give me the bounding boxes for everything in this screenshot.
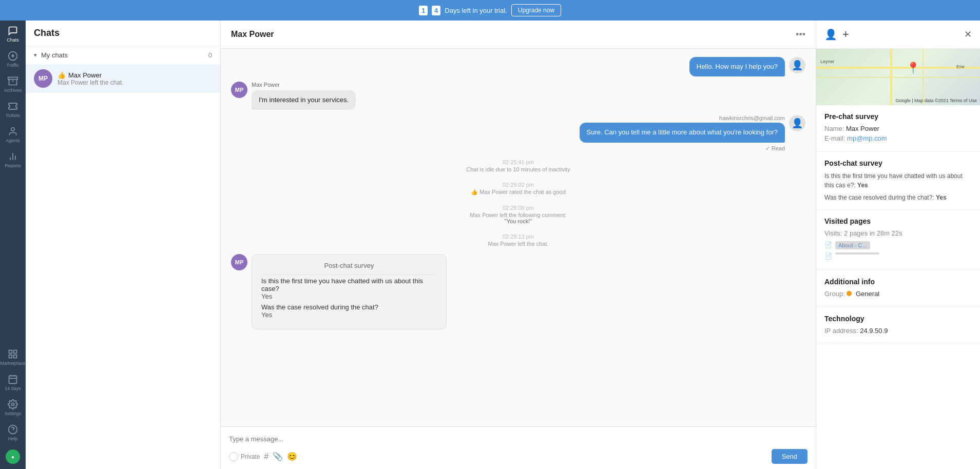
technology-title: Technology <box>824 315 972 323</box>
email-value[interactable]: mp@mp.com <box>847 134 887 142</box>
chat-contact-name: Max Power <box>68 71 102 79</box>
sidebar-item-archives[interactable]: Archives <box>0 71 26 96</box>
system-msg-left: 02:29:13 pm Max Power left the chat. <box>231 231 805 249</box>
sidebar-item-settings[interactable]: Settings <box>0 394 26 419</box>
chat-list-panel: Chats ▾ My chats 0 MP 👍 Max Power Max Po… <box>26 21 221 469</box>
agent-email: hawkinsrchris@gmail.com <box>719 115 785 121</box>
private-label: Private <box>241 453 260 460</box>
sidebar-label-reports: Reports <box>5 163 21 168</box>
pre-chat-title: Pre-chat survey <box>824 112 972 121</box>
sys-time-3: 02:29:08 pm <box>231 205 805 211</box>
private-toggle[interactable]: Private <box>229 452 260 461</box>
chat-preview: Max Power left the chat. <box>57 79 212 86</box>
svg-point-15 <box>12 403 14 406</box>
my-chats-label: My chats <box>41 51 68 59</box>
group-dot <box>847 291 852 296</box>
page-url-1[interactable]: About - C... <box>835 241 870 249</box>
visited-title: Visited pages <box>824 217 972 225</box>
sidebar-item-14days[interactable]: 14 days <box>0 369 26 394</box>
info-panel-header: 👤 + ✕ <box>816 21 980 49</box>
my-chats-toggle[interactable]: ▾ My chats 0 <box>34 51 212 59</box>
post-chat-a1: Yes <box>857 182 868 189</box>
trial-day-1: 1 <box>419 6 428 15</box>
trial-banner: 1 4 Days left in your trial. Upgrade now <box>0 0 980 21</box>
user-status-dot[interactable]: ● <box>6 450 20 464</box>
sys-comment: "You rock!" <box>231 218 805 224</box>
technology-section: Technology IP address: 24.9.50.9 <box>816 307 980 344</box>
sys-time-4: 02:29:13 pm <box>231 233 805 240</box>
sidebar-label-traffic: Traffic <box>7 63 20 68</box>
sidebar-label-settings: Settings <box>5 411 22 416</box>
sidebar-item-agents[interactable]: Agents <box>0 121 26 146</box>
map-area: Leyner Erie 📍 Google | Map data ©2021 Te… <box>816 49 980 105</box>
page-item-2: 📄 <box>824 252 972 260</box>
message-row-agent-1: Hello. How may I help you? 👤 <box>231 57 805 76</box>
sidebar-label-agents: Agents <box>6 138 20 143</box>
survey-a2: Yes <box>261 311 437 319</box>
sys-time-2: 02:29:02 pm <box>231 182 805 188</box>
additional-info-section: Additional info Group: General <box>816 270 980 307</box>
page-icon-1: 📄 <box>824 241 832 248</box>
sidebar-item-chats[interactable]: Chats <box>0 21 26 46</box>
chat-list-title: Chats <box>26 21 220 46</box>
sidebar-label-tickets: Tickets <box>6 113 20 118</box>
chat-input-area: Private # 📎 😊 Send <box>221 426 816 469</box>
sys-text-3: Max Power left the following comment: <box>231 212 805 218</box>
attachment-icon[interactable]: 📎 <box>273 452 283 461</box>
survey-a1: Yes <box>261 292 437 300</box>
sidebar-item-help[interactable]: Help <box>0 419 26 444</box>
add-icon[interactable]: + <box>842 28 849 41</box>
message-bubble-user-1: I'm interested in your services. <box>252 90 356 110</box>
map-label-erie: Erie <box>956 64 965 69</box>
svg-rect-7 <box>9 350 12 354</box>
agent-avatar-2: 👤 <box>789 115 805 131</box>
sidebar-item-reports[interactable]: Reports <box>0 146 26 171</box>
upgrade-button[interactable]: Upgrade now <box>511 4 561 16</box>
thumbs-up-icon: 👍 <box>57 71 66 79</box>
add-contact-icon[interactable]: 👤 <box>824 28 837 41</box>
chat-header: Max Power ••• <box>221 21 816 49</box>
svg-point-3 <box>11 128 15 131</box>
svg-rect-8 <box>14 350 17 354</box>
emoji-icon[interactable]: 😊 <box>287 452 297 461</box>
sidebar-item-tickets[interactable]: Tickets <box>0 96 26 121</box>
message-bubble-agent-2: Sure. Can you tell me a little more abou… <box>580 123 785 142</box>
message-row-user-1: MP Max Power I'm interested in your serv… <box>231 82 805 110</box>
sidebar-label-14days: 14 days <box>5 386 21 391</box>
svg-rect-9 <box>14 355 17 358</box>
sidebar-item-traffic[interactable]: Traffic <box>0 46 26 71</box>
page-item-1: 📄 About - C... <box>824 241 972 249</box>
hashtag-icon[interactable]: # <box>264 452 268 461</box>
ip-value: 24.9.50.9 <box>860 327 888 335</box>
google-logo: Google | Map data ©2021 Terms of Use <box>896 98 977 103</box>
svg-rect-10 <box>9 355 12 358</box>
sidebar-label-help: Help <box>8 436 18 441</box>
page-url-2[interactable] <box>835 252 879 255</box>
chat-input-field[interactable] <box>229 432 808 446</box>
survey-title: Post-chat survey <box>261 262 437 269</box>
sys-time-1: 02:25:41 pm <box>231 159 805 165</box>
send-button[interactable]: Send <box>772 449 808 464</box>
msg-avatar-user-1: MP <box>231 82 247 98</box>
chat-main: Max Power ••• Hello. How may I help you?… <box>221 21 816 469</box>
msg-avatar-survey: MP <box>231 254 247 270</box>
read-indicator: ✓ Read <box>765 145 785 152</box>
visited-pages-section: Visited pages Visits: 2 pages in 28m 22s… <box>816 210 980 270</box>
close-panel-icon[interactable]: ✕ <box>964 29 972 40</box>
chat-item-max-power[interactable]: MP 👍 Max Power Max Power left the chat. <box>26 64 220 93</box>
my-chats-section: ▾ My chats 0 <box>26 46 220 64</box>
more-options-icon[interactable]: ••• <box>796 29 805 40</box>
map-label-leyner: Leyner <box>820 59 835 64</box>
agent-avatar-1: 👤 <box>789 57 805 73</box>
post-chat-q2: Was the case resolved during the chat?: <box>824 194 934 201</box>
system-msg-idle: 02:25:41 pm Chat is idle due to 10 minut… <box>231 157 805 174</box>
visits-label: Visits: <box>824 229 842 237</box>
visits-value: 2 pages in 28m 22s <box>844 229 902 237</box>
survey-q1: Is this the first time you have chatted … <box>261 277 437 292</box>
sys-text-2: 👍 Max Power rated the chat as good <box>231 189 805 196</box>
group-label: Group: <box>824 290 845 298</box>
chat-messages: Hello. How may I help you? 👤 MP Max Powe… <box>221 49 816 426</box>
msg-sender-name-1: Max Power <box>252 82 356 88</box>
sidebar-item-marketplace[interactable]: Marketplace <box>0 344 26 369</box>
message-bubble-agent-1: Hello. How may I help you? <box>689 57 785 76</box>
